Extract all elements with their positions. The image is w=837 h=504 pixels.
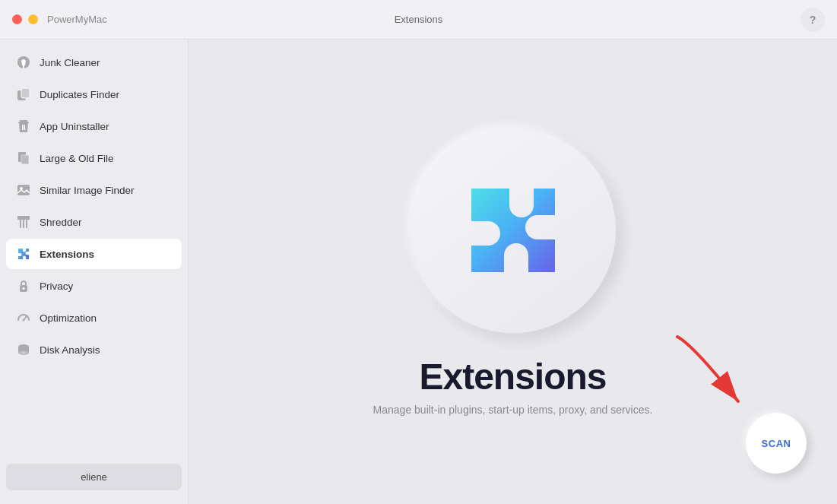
extensions-description: Manage built-in plugins, start-up items,… [373,404,653,416]
puzzle-large-icon [452,170,574,291]
svg-rect-12 [17,216,30,220]
app-brand: PowerMyMac [47,14,107,25]
sidebar-footer: eliene [6,458,182,496]
puzzle-icon [15,246,32,262]
sidebar-item-app-uninstaller[interactable]: App Uninstaller [6,111,182,141]
user-button[interactable]: eliene [6,464,182,490]
svg-rect-7 [24,125,26,130]
svg-rect-4 [20,120,27,122]
svg-rect-10 [17,185,30,195]
extension-icon-circle [411,128,616,333]
trash-icon [15,118,32,135]
sidebar-label-privacy: Privacy [40,281,73,292]
sidebar-label-optimization: Optimization [40,312,97,324]
svg-rect-6 [22,125,24,130]
svg-rect-13 [20,220,21,228]
sidebar-item-optimization[interactable]: Optimization [6,303,182,333]
close-button[interactable] [12,14,22,24]
main-layout: Junk Cleaner Duplicates Finder [0,40,837,504]
red-arrow [670,329,769,420]
sidebar-item-large-old-file[interactable]: Large & Old File [6,143,182,173]
help-button[interactable]: ? [801,8,825,32]
sidebar-label-junk-cleaner: Junk Cleaner [40,57,100,68]
sidebar: Junk Cleaner Duplicates Finder [0,40,189,504]
image-icon [15,182,32,198]
sidebar-label-disk-analysis: Disk Analysis [40,344,100,356]
scan-button[interactable]: SCAN [746,413,807,474]
shred-icon [15,214,32,230]
svg-rect-5 [18,122,29,123]
title-bar: PowerMyMac Extensions ? [0,0,837,40]
speed-icon [15,309,32,326]
sidebar-item-extensions[interactable]: Extensions [6,239,182,269]
svg-rect-3 [21,88,30,98]
content-area: Extensions Manage built-in plugins, star… [189,40,837,504]
sidebar-item-junk-cleaner[interactable]: Junk Cleaner [6,47,182,78]
svg-point-23 [22,352,25,353]
sidebar-item-duplicates-finder[interactable]: Duplicates Finder [6,79,182,109]
svg-point-19 [23,319,25,322]
sidebar-item-shredder[interactable]: Shredder [6,207,182,237]
window-title: Extensions [395,14,443,25]
disk-icon [15,341,32,358]
lock-icon [15,277,32,294]
sidebar-item-similar-image-finder[interactable]: Similar Image Finder [6,175,182,205]
svg-point-17 [23,287,25,290]
svg-rect-15 [26,220,27,228]
sidebar-item-disk-analysis[interactable]: Disk Analysis [6,334,182,365]
sidebar-label-similar-image-finder: Similar Image Finder [40,185,135,196]
file-icon [15,150,32,166]
traffic-lights [12,14,38,24]
sidebar-label-duplicates-finder: Duplicates Finder [40,89,119,100]
sidebar-label-app-uninstaller: App Uninstaller [40,121,109,132]
svg-rect-9 [21,155,29,164]
copy-icon [15,86,32,103]
minimize-button[interactable] [28,14,38,24]
extensions-title: Extensions [419,356,606,398]
broom-icon [15,54,32,71]
sidebar-label-shredder: Shredder [40,217,82,228]
sidebar-label-large-old-file: Large & Old File [40,153,114,164]
svg-rect-14 [23,220,24,228]
sidebar-item-privacy[interactable]: Privacy [6,271,182,301]
svg-rect-1 [23,65,24,68]
sidebar-label-extensions: Extensions [40,249,94,260]
